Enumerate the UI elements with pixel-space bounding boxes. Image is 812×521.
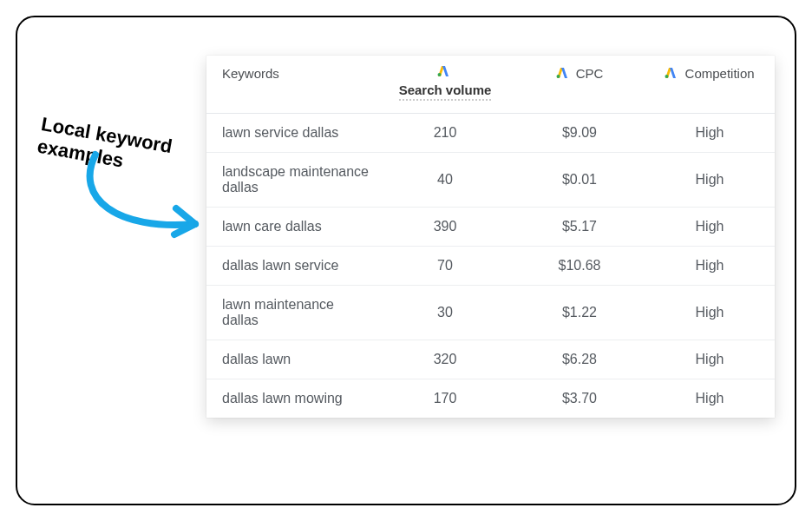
cell-keyword: dallas lawn service [206, 247, 376, 286]
cell-cpc: $10.68 [514, 247, 645, 286]
cell-cpc: $9.09 [514, 114, 645, 153]
cell-cpc: $0.01 [514, 153, 645, 208]
table-row: lawn service dallas210$9.09High [206, 114, 775, 153]
svg-point-2 [665, 75, 669, 78]
table-row: landscape maintenance dallas40$0.01High [206, 153, 775, 208]
keyword-table: Keywords Search volume [206, 56, 775, 418]
header-keywords: Keywords [206, 56, 376, 114]
cell-keyword: dallas lawn [206, 340, 376, 379]
cell-competition: High [645, 340, 775, 379]
cell-keyword: lawn service dallas [206, 114, 376, 153]
table-body: lawn service dallas210$9.09Highlandscape… [206, 114, 775, 419]
cell-cpc: $6.28 [514, 340, 645, 379]
cell-search-volume: 170 [376, 379, 514, 419]
table-header-row: Keywords Search volume [206, 56, 775, 114]
cell-search-volume: 70 [376, 247, 514, 286]
cell-keyword: lawn care dallas [206, 208, 376, 247]
cell-search-volume: 390 [376, 208, 514, 247]
cell-cpc: $3.70 [514, 379, 645, 419]
cell-competition: High [645, 153, 775, 208]
table-row: dallas lawn service70$10.68High [206, 247, 775, 286]
svg-point-1 [556, 75, 560, 78]
table-row: dallas lawn320$6.28High [206, 340, 775, 379]
cell-keyword: landscape maintenance dallas [206, 153, 376, 208]
cell-competition: High [645, 114, 775, 153]
annotation-arrow-icon [65, 146, 213, 250]
cell-competition: High [645, 286, 775, 340]
table-row: lawn maintenance dallas30$1.22High [206, 286, 775, 340]
google-ads-icon [437, 64, 449, 79]
cell-keyword: dallas lawn mowing [206, 379, 376, 419]
header-cpc: CPC [514, 56, 645, 114]
cell-search-volume: 320 [376, 340, 514, 379]
cell-competition: High [645, 247, 775, 286]
cell-competition: High [645, 208, 775, 247]
table-row: dallas lawn mowing170$3.70High [206, 379, 775, 419]
cell-competition: High [645, 379, 775, 419]
header-search-volume: Search volume [376, 56, 514, 114]
svg-point-0 [437, 73, 441, 76]
cell-search-volume: 40 [376, 153, 514, 208]
keyword-table-card: Keywords Search volume [206, 56, 775, 418]
cell-cpc: $1.22 [514, 286, 645, 340]
content-frame: Local keyword examples Keywords [16, 16, 796, 505]
cell-keyword: lawn maintenance dallas [206, 286, 376, 340]
cell-cpc: $5.17 [514, 208, 645, 247]
cell-search-volume: 30 [376, 286, 514, 340]
google-ads-icon [665, 66, 677, 81]
header-competition: Competition [645, 56, 775, 114]
table-row: lawn care dallas390$5.17High [206, 208, 775, 247]
cell-search-volume: 210 [376, 114, 514, 153]
google-ads-icon [556, 66, 568, 81]
